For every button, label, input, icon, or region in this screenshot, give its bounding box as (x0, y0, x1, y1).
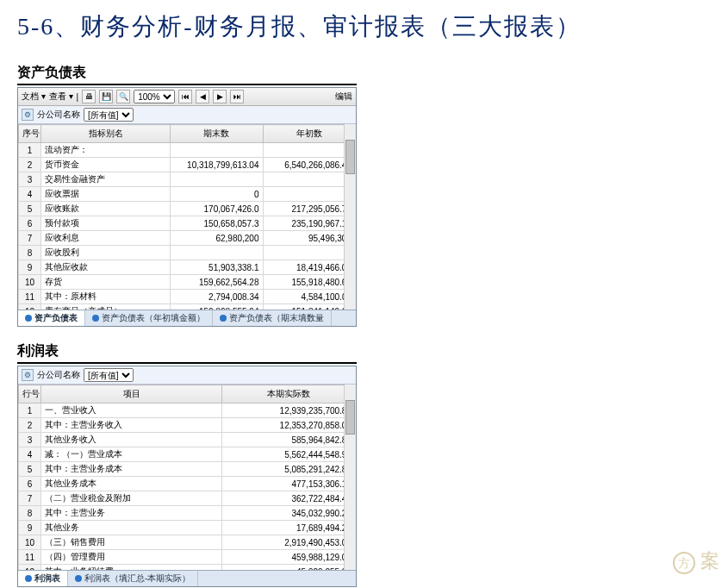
table-row[interactable]: 1一、营业收入12,939,235,700.85 (19, 403, 356, 418)
tab-dot-icon (25, 575, 32, 582)
tab-label: 利润表 (34, 572, 60, 585)
col-end[interactable]: 期末数 (171, 125, 264, 143)
sheet-tab[interactable]: 利润表（填汇总-本期实际） (68, 571, 198, 586)
col-begin[interactable]: 年初数 (263, 125, 356, 143)
table-row[interactable]: 7应收利息62,980,20095,496,300 (19, 231, 356, 246)
search-icon[interactable]: 🔍 (116, 90, 130, 103)
filter-icon[interactable]: ⚙ (22, 369, 34, 381)
vertical-scrollbar[interactable] (344, 124, 356, 310)
cell-value: 12,939,235,700.85 (222, 403, 356, 418)
balance-table[interactable]: 序号 指标别名 期末数 年初数 1流动资产：2货币资金10,318,799,61… (18, 124, 356, 310)
zoom-select[interactable]: 100% (134, 90, 175, 103)
tab-dot-icon (92, 315, 99, 322)
table-row[interactable]: 1流动资产： (19, 143, 356, 158)
table-row[interactable]: 12 库存商品（产成品）156,868,555.94151,341,149.61 (19, 304, 356, 310)
table-row[interactable]: 4应收票据0 (19, 187, 356, 202)
col-item[interactable]: 项目 (41, 385, 222, 403)
row-name: 其中：主营业务 (41, 506, 222, 521)
cell-value: 150,658,057.3 (171, 216, 264, 231)
sheet-tab[interactable]: 资产负债表（年初填金额） (85, 310, 213, 326)
col-seq[interactable]: 序号 (19, 125, 41, 143)
table-row[interactable]: 7 （二）营业税金及附加362,722,484.45 (19, 491, 356, 506)
col-name[interactable]: 指标别名 (41, 125, 171, 143)
toolbar-doc[interactable]: 文档 ▾ (22, 91, 46, 103)
row-name: 其他业务收入 (41, 433, 222, 447)
filter-company-select[interactable]: [所有值] (84, 368, 134, 382)
row-number: 2 (19, 418, 41, 433)
next-page-icon[interactable]: ▶ (213, 90, 227, 103)
cell-value: 51,903,338.1 (171, 260, 264, 275)
row-number: 6 (19, 216, 41, 231)
row-number: 10 (19, 275, 41, 290)
panel-balance-title: 资产负债表 (17, 64, 357, 85)
filter-company-select[interactable]: [所有值] (84, 108, 134, 122)
print-icon[interactable]: 🖶 (82, 90, 96, 103)
row-name: 预付款项 (41, 216, 171, 231)
table-row[interactable]: 5 其中：主营业务成本5,085,291,242.84 (19, 462, 356, 477)
table-row[interactable]: 5应收账款170,067,426.0217,295,056.70 (19, 202, 356, 216)
table-row[interactable]: 10存货159,662,564.28155,918,480.65 (19, 275, 356, 290)
cell-value: 459,988,129.03 (222, 550, 356, 565)
cell-value: 217,295,056.70 (263, 202, 356, 216)
table-row[interactable]: 6预付款项150,658,057.3235,190,967.15 (19, 216, 356, 231)
table-row[interactable]: 2货币资金10,318,799,613.046,540,266,086.45 (19, 158, 356, 172)
vertical-scrollbar[interactable] (344, 385, 356, 570)
cell-value: 585,964,842.81 (222, 433, 356, 447)
first-page-icon[interactable]: ⏮ (178, 90, 192, 103)
toolbar-view[interactable]: 查看 ▾ (49, 91, 73, 103)
table-row[interactable]: 9其他应收款51,903,338.118,419,466.09 (19, 260, 356, 275)
row-name: 应收股利 (41, 246, 171, 260)
sheet-tab[interactable]: 资产负债表（期末填数量 (213, 310, 332, 326)
tab-dot-icon (75, 575, 82, 582)
tab-label: 利润表（填汇总-本期实际） (84, 572, 190, 585)
sheet-tab[interactable]: 利润表 (18, 571, 68, 586)
row-name: 流动资产： (41, 143, 171, 158)
cell-value: 235,190,967.15 (263, 216, 356, 231)
profit-table[interactable]: 行号 项目 本期实际数 1一、营业收入12,939,235,700.852 其中… (18, 385, 356, 570)
edit-label[interactable]: 编辑 (335, 91, 352, 103)
table-row[interactable]: 11 其中：原材料2,794,008.344,584,100.05 (19, 290, 356, 304)
table-row[interactable]: 6 其他业务成本477,153,306.13 (19, 477, 356, 491)
table-row[interactable]: 3 其他业务收入585,964,842.81 (19, 433, 356, 447)
row-name: 应收票据 (41, 187, 171, 202)
cell-value: 2,919,490,453.08 (222, 535, 356, 550)
table-row[interactable]: 12 其中：业务招待费45,929,055.97 (19, 565, 356, 571)
sheet-tab[interactable]: 资产负债表 (18, 310, 85, 326)
cell-value: 45,929,055.97 (222, 565, 356, 571)
cell-value: 62,980,200 (171, 231, 264, 246)
panel-balance: 资产负债表 文档 ▾ 查看 ▾ | 🖶 💾 🔍 100% ⏮ ◀ ▶ ⏭ 编辑 … (17, 64, 357, 327)
table-row[interactable]: 3交易性金融资产 (19, 172, 356, 187)
tab-label: 资产负债表（年初填金额） (102, 312, 205, 324)
table-row[interactable]: 8 其中：主营业务345,032,990.21 (19, 506, 356, 521)
filter-icon[interactable]: ⚙ (22, 109, 34, 121)
table-row[interactable]: 4 减：（一）营业成本5,562,444,548.97 (19, 447, 356, 462)
prev-page-icon[interactable]: ◀ (196, 90, 209, 103)
cell-value (263, 143, 356, 158)
table-row[interactable]: 11 （四）管理费用459,988,129.03 (19, 550, 356, 565)
table-row[interactable]: 9 其他业务17,689,494.24 (19, 521, 356, 535)
row-number: 4 (19, 447, 41, 462)
col-actual[interactable]: 本期实际数 (222, 385, 356, 403)
table-row[interactable]: 10 （三）销售费用2,919,490,453.08 (19, 535, 356, 550)
row-number: 5 (19, 462, 41, 477)
row-number: 9 (19, 260, 41, 275)
table-row[interactable]: 8应收股利 (19, 246, 356, 260)
last-page-icon[interactable]: ⏭ (230, 90, 244, 103)
table-row[interactable]: 2 其中：主营业务收入12,353,270,858.04 (19, 418, 356, 433)
col-row[interactable]: 行号 (19, 385, 41, 403)
row-number: 7 (19, 231, 41, 246)
row-number: 9 (19, 521, 41, 535)
panel-profit-title: 利润表 (17, 342, 357, 364)
cell-value: 5,562,444,548.97 (222, 447, 356, 462)
row-name: 应收账款 (41, 202, 171, 216)
row-number: 8 (19, 246, 41, 260)
toolbar: 文档 ▾ 查看 ▾ | 🖶 💾 🔍 100% ⏮ ◀ ▶ ⏭ 编辑 (18, 88, 356, 106)
row-number: 12 (19, 304, 41, 310)
row-name: （二）营业税金及附加 (41, 491, 222, 506)
row-number: 11 (19, 550, 41, 565)
row-number: 6 (19, 477, 41, 491)
cell-value: 345,032,990.21 (222, 506, 356, 521)
save-icon[interactable]: 💾 (99, 90, 113, 103)
row-number: 4 (19, 187, 41, 202)
panel-profit: 利润表 ⚙ 分公司名称 [所有值] 行号 项目 本期实际数 1一、营业收入12,… (17, 342, 357, 587)
